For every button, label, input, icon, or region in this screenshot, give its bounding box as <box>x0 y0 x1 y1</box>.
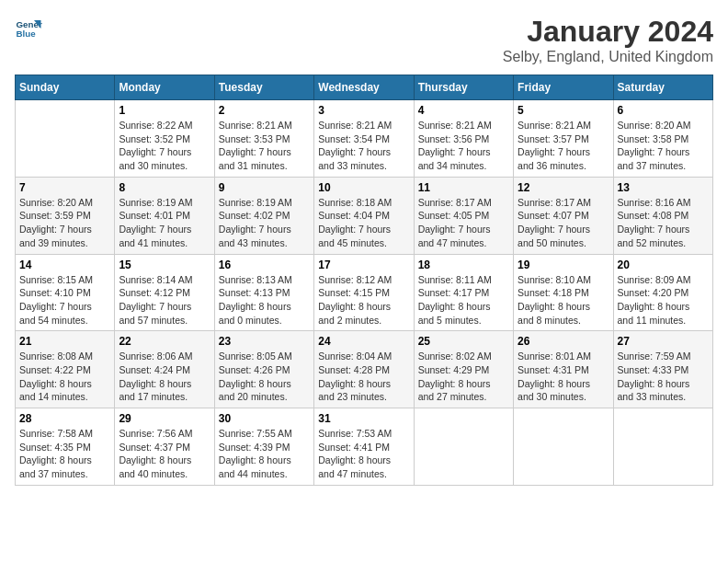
day-info: Sunrise: 8:20 AM Sunset: 3:58 PM Dayligh… <box>618 119 709 173</box>
calendar-cell: 12Sunrise: 8:17 AM Sunset: 4:07 PM Dayli… <box>514 177 613 254</box>
calendar-cell: 1Sunrise: 8:22 AM Sunset: 3:52 PM Daylig… <box>115 100 214 178</box>
calendar-cell <box>613 408 712 486</box>
day-info: Sunrise: 8:09 AM Sunset: 4:20 PM Dayligh… <box>618 273 709 327</box>
calendar-cell: 19Sunrise: 8:10 AM Sunset: 4:18 PM Dayli… <box>514 254 613 331</box>
header-day-tuesday: Tuesday <box>214 75 313 100</box>
days-row: SundayMondayTuesdayWednesdayThursdayFrid… <box>16 75 713 100</box>
day-number: 7 <box>19 181 110 194</box>
day-info: Sunrise: 8:18 AM Sunset: 4:04 PM Dayligh… <box>318 196 409 250</box>
header-day-sunday: Sunday <box>16 75 115 100</box>
day-number: 23 <box>219 335 310 348</box>
svg-text:Blue: Blue <box>17 29 37 39</box>
calendar-cell: 2Sunrise: 8:21 AM Sunset: 3:53 PM Daylig… <box>214 100 313 178</box>
calendar-cell: 15Sunrise: 8:14 AM Sunset: 4:12 PM Dayli… <box>115 254 214 331</box>
calendar-cell: 30Sunrise: 7:55 AM Sunset: 4:39 PM Dayli… <box>214 408 313 486</box>
day-info: Sunrise: 8:12 AM Sunset: 4:15 PM Dayligh… <box>318 273 409 327</box>
calendar-subtitle: Selby, England, United Kingdom <box>503 49 713 65</box>
day-number: 28 <box>19 412 110 425</box>
day-info: Sunrise: 8:08 AM Sunset: 4:22 PM Dayligh… <box>19 350 110 404</box>
day-number: 31 <box>318 412 409 425</box>
day-number: 1 <box>119 104 210 117</box>
day-number: 11 <box>418 181 509 194</box>
day-number: 27 <box>618 335 709 348</box>
title-block: January 2024 Selby, England, United King… <box>503 15 713 65</box>
day-info: Sunrise: 8:10 AM Sunset: 4:18 PM Dayligh… <box>518 273 609 327</box>
day-info: Sunrise: 8:21 AM Sunset: 3:56 PM Dayligh… <box>418 119 509 173</box>
logo-icon: General Blue <box>15 15 42 42</box>
calendar-cell: 28Sunrise: 7:58 AM Sunset: 4:35 PM Dayli… <box>16 408 115 486</box>
day-number: 24 <box>318 335 409 348</box>
day-info: Sunrise: 8:05 AM Sunset: 4:26 PM Dayligh… <box>219 350 310 404</box>
page-header: General Blue January 2024 Selby, England… <box>15 15 713 65</box>
calendar-cell: 24Sunrise: 8:04 AM Sunset: 4:28 PM Dayli… <box>314 331 414 408</box>
day-number: 10 <box>318 181 409 194</box>
day-number: 17 <box>318 259 409 271</box>
calendar-cell: 13Sunrise: 8:16 AM Sunset: 4:08 PM Dayli… <box>613 177 712 254</box>
calendar-cell: 7Sunrise: 8:20 AM Sunset: 3:59 PM Daylig… <box>16 177 115 254</box>
calendar-cell: 10Sunrise: 8:18 AM Sunset: 4:04 PM Dayli… <box>314 177 414 254</box>
calendar-cell: 29Sunrise: 7:56 AM Sunset: 4:37 PM Dayli… <box>115 408 214 486</box>
day-info: Sunrise: 8:21 AM Sunset: 3:53 PM Dayligh… <box>219 119 310 173</box>
day-number: 3 <box>318 104 409 117</box>
day-number: 6 <box>618 104 709 117</box>
calendar-cell: 20Sunrise: 8:09 AM Sunset: 4:20 PM Dayli… <box>613 254 712 331</box>
day-info: Sunrise: 7:53 AM Sunset: 4:41 PM Dayligh… <box>318 427 409 481</box>
calendar-cell: 22Sunrise: 8:06 AM Sunset: 4:24 PM Dayli… <box>115 331 214 408</box>
day-number: 9 <box>219 181 310 194</box>
day-info: Sunrise: 8:20 AM Sunset: 3:59 PM Dayligh… <box>19 196 110 250</box>
week-row-4: 21Sunrise: 8:08 AM Sunset: 4:22 PM Dayli… <box>16 331 713 408</box>
calendar-cell: 8Sunrise: 8:19 AM Sunset: 4:01 PM Daylig… <box>115 177 214 254</box>
calendar-cell: 6Sunrise: 8:20 AM Sunset: 3:58 PM Daylig… <box>613 100 712 178</box>
week-row-3: 14Sunrise: 8:15 AM Sunset: 4:10 PM Dayli… <box>16 254 713 331</box>
calendar-cell: 18Sunrise: 8:11 AM Sunset: 4:17 PM Dayli… <box>414 254 513 331</box>
calendar-cell: 23Sunrise: 8:05 AM Sunset: 4:26 PM Dayli… <box>214 331 313 408</box>
day-info: Sunrise: 8:15 AM Sunset: 4:10 PM Dayligh… <box>19 273 110 327</box>
calendar-cell: 16Sunrise: 8:13 AM Sunset: 4:13 PM Dayli… <box>214 254 313 331</box>
day-info: Sunrise: 8:22 AM Sunset: 3:52 PM Dayligh… <box>119 119 210 173</box>
day-info: Sunrise: 8:19 AM Sunset: 4:02 PM Dayligh… <box>219 196 310 250</box>
day-number: 20 <box>618 259 709 271</box>
day-number: 26 <box>518 335 609 348</box>
calendar-cell: 5Sunrise: 8:21 AM Sunset: 3:57 PM Daylig… <box>514 100 613 178</box>
day-number: 13 <box>618 181 709 194</box>
day-info: Sunrise: 8:19 AM Sunset: 4:01 PM Dayligh… <box>119 196 210 250</box>
day-info: Sunrise: 8:21 AM Sunset: 3:57 PM Dayligh… <box>518 119 609 173</box>
week-row-1: 1Sunrise: 8:22 AM Sunset: 3:52 PM Daylig… <box>16 100 713 178</box>
header-day-wednesday: Wednesday <box>314 75 414 100</box>
day-info: Sunrise: 8:02 AM Sunset: 4:29 PM Dayligh… <box>418 350 509 404</box>
calendar-cell: 31Sunrise: 7:53 AM Sunset: 4:41 PM Dayli… <box>314 408 414 486</box>
day-number: 14 <box>19 259 110 271</box>
day-number: 29 <box>119 412 210 425</box>
calendar-cell: 3Sunrise: 8:21 AM Sunset: 3:54 PM Daylig… <box>314 100 414 178</box>
calendar-title: January 2024 <box>503 15 713 49</box>
day-info: Sunrise: 8:21 AM Sunset: 3:54 PM Dayligh… <box>318 119 409 173</box>
day-info: Sunrise: 7:58 AM Sunset: 4:35 PM Dayligh… <box>19 427 110 481</box>
day-number: 4 <box>418 104 509 117</box>
calendar-cell: 11Sunrise: 8:17 AM Sunset: 4:05 PM Dayli… <box>414 177 513 254</box>
day-number: 25 <box>418 335 509 348</box>
day-number: 22 <box>119 335 210 348</box>
header-day-thursday: Thursday <box>414 75 513 100</box>
calendar-cell <box>16 100 115 178</box>
day-number: 2 <box>219 104 310 117</box>
day-number: 8 <box>119 181 210 194</box>
day-info: Sunrise: 8:13 AM Sunset: 4:13 PM Dayligh… <box>219 273 310 327</box>
day-info: Sunrise: 8:17 AM Sunset: 4:07 PM Dayligh… <box>518 196 609 250</box>
calendar-cell <box>414 408 513 486</box>
week-row-2: 7Sunrise: 8:20 AM Sunset: 3:59 PM Daylig… <box>16 177 713 254</box>
calendar-cell <box>514 408 613 486</box>
day-number: 12 <box>518 181 609 194</box>
day-info: Sunrise: 7:55 AM Sunset: 4:39 PM Dayligh… <box>219 427 310 481</box>
calendar-cell: 4Sunrise: 8:21 AM Sunset: 3:56 PM Daylig… <box>414 100 513 178</box>
day-info: Sunrise: 8:04 AM Sunset: 4:28 PM Dayligh… <box>318 350 409 404</box>
day-number: 18 <box>418 259 509 271</box>
day-info: Sunrise: 8:17 AM Sunset: 4:05 PM Dayligh… <box>418 196 509 250</box>
day-info: Sunrise: 7:59 AM Sunset: 4:33 PM Dayligh… <box>618 350 709 404</box>
calendar-cell: 17Sunrise: 8:12 AM Sunset: 4:15 PM Dayli… <box>314 254 414 331</box>
calendar-cell: 25Sunrise: 8:02 AM Sunset: 4:29 PM Dayli… <box>414 331 513 408</box>
day-info: Sunrise: 8:01 AM Sunset: 4:31 PM Dayligh… <box>518 350 609 404</box>
header-day-friday: Friday <box>514 75 613 100</box>
day-number: 21 <box>19 335 110 348</box>
day-number: 5 <box>518 104 609 117</box>
week-row-5: 28Sunrise: 7:58 AM Sunset: 4:35 PM Dayli… <box>16 408 713 486</box>
